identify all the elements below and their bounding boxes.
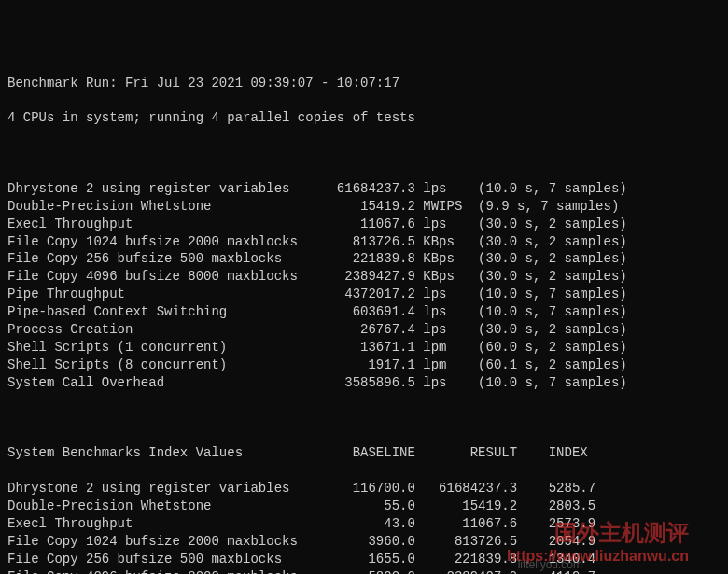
index-row: Execl Throughput 43.0 11067.6 2573.9: [7, 515, 724, 533]
index-header: System Benchmarks Index Values BASELINE …: [7, 444, 724, 462]
benchmark-run-line: Benchmark Run: Fri Jul 23 2021 09:39:07 …: [7, 75, 724, 92]
result-row: System Call Overhead 3585896.5 lps (10.0…: [7, 374, 724, 392]
result-row: Double-Precision Whetstone 15419.2 MWIPS…: [7, 198, 724, 216]
result-row: Process Creation 26767.4 lps (30.0 s, 2 …: [7, 321, 724, 339]
result-row: Dhrystone 2 using register variables 616…: [7, 180, 724, 198]
result-row: File Copy 1024 bufsize 2000 maxblocks 81…: [7, 233, 724, 251]
result-row: Shell Scripts (8 concurrent) 1917.1 lpm …: [7, 357, 724, 374]
index-row: File Copy 1024 bufsize 2000 maxblocks 39…: [7, 533, 724, 551]
results-block: Dhrystone 2 using register variables 616…: [7, 180, 724, 392]
index-row: Double-Precision Whetstone 55.0 15419.2 …: [7, 497, 724, 515]
index-row: File Copy 256 bufsize 500 maxblocks 1655…: [7, 551, 724, 568]
result-row: Pipe-based Context Switching 603691.4 lp…: [7, 303, 724, 321]
blank-line: [7, 409, 724, 427]
cpu-info-line: 4 CPUs in system; running 4 parallel cop…: [7, 109, 724, 127]
index-block: Dhrystone 2 using register variables 116…: [7, 480, 724, 574]
result-row: Pipe Throughput 4372017.2 lps (10.0 s, 7…: [7, 286, 724, 303]
result-row: Shell Scripts (1 concurrent) 13671.1 lpm…: [7, 339, 724, 357]
result-row: File Copy 4096 bufsize 8000 maxblocks 23…: [7, 268, 724, 286]
index-row: Dhrystone 2 using register variables 116…: [7, 480, 724, 497]
index-row: File Copy 4096 bufsize 8000 maxblocks 58…: [7, 568, 724, 575]
result-row: Execl Throughput 11067.6 lps (30.0 s, 2 …: [7, 216, 724, 233]
blank-line: [7, 145, 724, 162]
result-row: File Copy 256 bufsize 500 maxblocks 2218…: [7, 250, 724, 268]
